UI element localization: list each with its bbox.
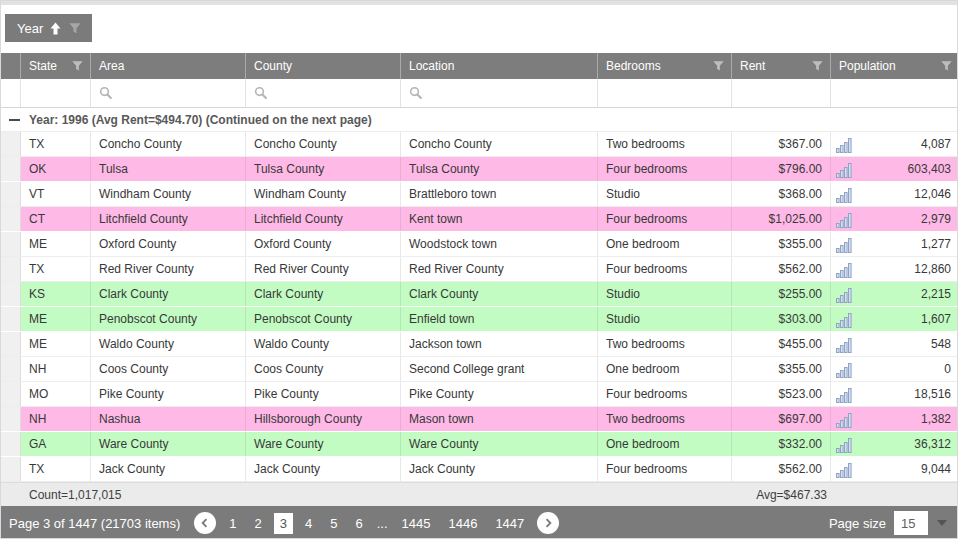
row-indicator-cell[interactable] [1, 382, 21, 406]
bar-chart-icon[interactable] [836, 236, 852, 253]
county-cell: Litchfield County [246, 207, 401, 231]
rent-cell: $368.00 [732, 182, 831, 206]
group-row[interactable]: Year: 1996 (Avg Rent=$494.70) (Continued… [1, 108, 957, 132]
filter-icon[interactable] [811, 60, 824, 72]
row-indicator-cell[interactable] [1, 232, 21, 256]
table-row[interactable]: NHCoos CountyCoos CountySecond College g… [1, 357, 957, 382]
table-row[interactable]: MEPenobscot CountyPenobscot CountyEnfiel… [1, 307, 957, 332]
bar-chart-icon[interactable] [836, 386, 852, 403]
group-by-year-button[interactable]: Year [5, 14, 92, 42]
page-button-1[interactable]: 1 [223, 513, 242, 534]
filter-icon[interactable] [71, 60, 84, 72]
row-indicator-cell[interactable] [1, 282, 21, 306]
column-header-rent[interactable]: Rent [732, 53, 831, 79]
page-button-4[interactable]: 4 [299, 513, 318, 534]
table-row[interactable]: MEOxford CountyOxford CountyWoodstock to… [1, 232, 957, 257]
row-indicator-cell[interactable] [1, 432, 21, 456]
bar-chart-icon[interactable] [836, 461, 852, 478]
search-filter-cell-area[interactable] [91, 79, 246, 107]
row-indicator-cell[interactable] [1, 207, 21, 231]
page-button-1447[interactable]: 1447 [489, 513, 530, 534]
table-row[interactable]: TXRed River CountyRed River CountyRed Ri… [1, 257, 957, 282]
rent-cell: $1,025.00 [732, 207, 831, 231]
row-indicator-cell[interactable] [1, 132, 21, 156]
search-filter-cell-population[interactable] [831, 79, 958, 107]
county-cell: Jack County [246, 457, 401, 481]
bar-chart-icon[interactable] [836, 186, 852, 203]
bar-chart-icon[interactable] [836, 136, 852, 153]
page-button-1446[interactable]: 1446 [442, 513, 483, 534]
page-button-6[interactable]: 6 [349, 513, 368, 534]
area-cell: Clark County [91, 282, 246, 306]
page-button-1445[interactable]: 1445 [396, 513, 437, 534]
search-filter-cell-state[interactable] [21, 79, 91, 107]
column-header-area[interactable]: Area [91, 53, 246, 79]
collapse-group-icon[interactable] [9, 119, 20, 121]
row-indicator-cell[interactable] [1, 332, 21, 356]
table-row[interactable]: MOPike CountyPike CountyPike CountyFour … [1, 382, 957, 407]
bar-chart-icon[interactable] [836, 436, 852, 453]
filter-icon[interactable] [940, 60, 953, 72]
column-header-state[interactable]: State [21, 53, 91, 79]
page-size-dropdown-icon[interactable] [937, 520, 947, 526]
area-cell: Red River County [91, 257, 246, 281]
area-cell: Litchfield County [91, 207, 246, 231]
row-indicator-cell[interactable] [1, 257, 21, 281]
search-filter-cell-county[interactable] [246, 79, 401, 107]
row-indicator-cell[interactable] [1, 457, 21, 481]
bar-chart-icon[interactable] [836, 261, 852, 278]
column-header-label: Area [99, 59, 124, 73]
filter-icon[interactable] [712, 60, 725, 72]
table-row[interactable]: CTLitchfield CountyLitchfield CountyKent… [1, 207, 957, 232]
search-filter-cell-rent[interactable] [732, 79, 831, 107]
search-icon [409, 86, 423, 100]
column-header-location[interactable]: Location [401, 53, 598, 79]
rent-cell: $697.00 [732, 407, 831, 431]
table-row[interactable]: OKTulsaTulsa CountyTulsa CountyFour bedr… [1, 157, 957, 182]
next-page-button[interactable] [537, 512, 559, 534]
count-summary: Count=1,017,015 [29, 488, 121, 502]
column-header-bedrooms[interactable]: Bedrooms [598, 53, 732, 79]
bar-chart-icon[interactable] [836, 411, 852, 428]
bar-chart-icon[interactable] [836, 286, 852, 303]
column-header-label: Location [409, 59, 454, 73]
bar-chart-icon[interactable] [836, 311, 852, 328]
location-cell: Concho County [401, 132, 598, 156]
table-row[interactable]: TXJack CountyJack CountyJack CountyFour … [1, 457, 957, 482]
bar-chart-icon[interactable] [836, 161, 852, 178]
table-row[interactable]: GAWare CountyWare CountyWare CountyOne b… [1, 432, 957, 457]
row-indicator-cell[interactable] [1, 157, 21, 181]
population-value: 2,979 [921, 212, 951, 226]
page-button-2[interactable]: 2 [249, 513, 268, 534]
filter-icon[interactable] [68, 22, 82, 35]
table-row[interactable]: KSClark CountyClark CountyClark CountySt… [1, 282, 957, 307]
search-filter-cell-location[interactable] [401, 79, 598, 107]
bar-chart-icon[interactable] [836, 211, 852, 228]
rent-cell: $303.00 [732, 307, 831, 331]
bar-chart-icon[interactable] [836, 336, 852, 353]
previous-page-button[interactable] [194, 512, 216, 534]
search-icon [254, 86, 268, 100]
row-indicator-cell[interactable] [1, 357, 21, 381]
state-cell: MO [21, 382, 91, 406]
page-button-5[interactable]: 5 [324, 513, 343, 534]
population-cell: 548 [831, 332, 958, 356]
population-value: 603,403 [908, 162, 951, 176]
page-button-3[interactable]: 3 [274, 513, 293, 534]
search-filter-cell-bedrooms[interactable] [598, 79, 732, 107]
column-header-county[interactable]: County [246, 53, 401, 79]
page-size-value[interactable]: 15 [894, 511, 928, 535]
table-row[interactable]: VTWindham CountyWindham CountyBrattlebor… [1, 182, 957, 207]
location-cell: Woodstock town [401, 232, 598, 256]
table-row[interactable]: TXConcho CountyConcho CountyConcho Count… [1, 132, 957, 157]
table-row[interactable]: MEWaldo CountyWaldo CountyJackson townTw… [1, 332, 957, 357]
table-row[interactable]: NHNashuaHillsborough CountyMason townTwo… [1, 407, 957, 432]
column-header-population[interactable]: Population [831, 53, 958, 79]
location-cell: Tulsa County [401, 157, 598, 181]
row-indicator-cell[interactable] [1, 307, 21, 331]
population-cell: 1,277 [831, 232, 958, 256]
bar-chart-icon[interactable] [836, 361, 852, 378]
row-indicator-cell[interactable] [1, 182, 21, 206]
column-header-label: Rent [740, 59, 765, 73]
row-indicator-cell[interactable] [1, 407, 21, 431]
